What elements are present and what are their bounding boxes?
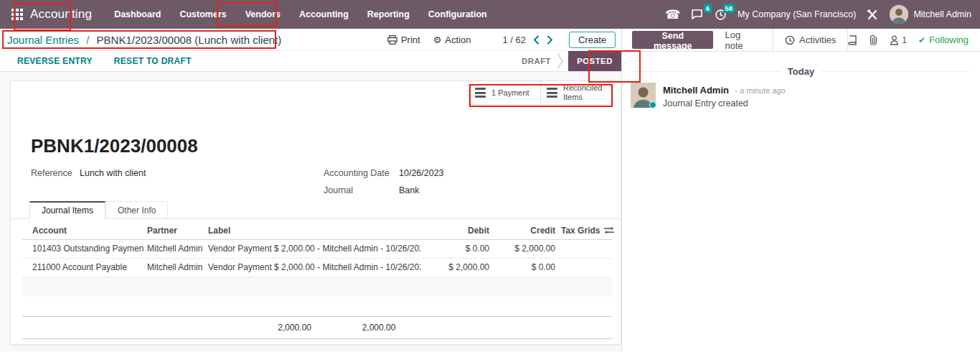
breadcrumb-current: PBNK1/2023/00008 (Lunch with client) — [97, 34, 282, 46]
pager: 1 / 62 — [502, 34, 553, 45]
table-spacer — [22, 297, 611, 316]
statusbar: REVERSE ENTRY RESET TO DRAFT DRAFT POSTE… — [0, 50, 621, 72]
chevron-right-icon — [547, 35, 553, 45]
totals-row: 2,000.00 2,000.00 — [22, 316, 612, 339]
payment-smart-button[interactable]: 1 Payment — [468, 80, 541, 105]
menu-reporting[interactable]: Reporting — [361, 5, 416, 24]
menu-accounting[interactable]: Accounting — [293, 5, 355, 24]
message-timestamp: - a minute ago — [735, 86, 785, 95]
check-icon: ✔ — [918, 35, 925, 45]
reconciled-items-smart-button[interactable]: Reconciled Items — [541, 80, 613, 105]
form-view: Journal Entries / PBNK1/2023/00008 (Lunc… — [0, 29, 621, 352]
app-window: Accounting Dashboard Customers Vendors A… — [0, 0, 980, 352]
accounting-date-label: Accounting Date — [324, 168, 392, 178]
apps-grid-icon[interactable] — [11, 9, 23, 20]
log-note-button[interactable]: Log note — [713, 29, 773, 51]
schedule-activity-button[interactable]: Activities — [773, 29, 847, 51]
create-button[interactable]: Create — [569, 32, 616, 48]
reference-label: Reference — [31, 168, 71, 178]
reverse-entry-button[interactable]: REVERSE ENTRY — [17, 56, 93, 66]
paperclip-icon — [869, 34, 878, 45]
breadcrumb-separator: / — [86, 34, 89, 46]
state-chevron-icon — [557, 52, 564, 70]
attach-file-button[interactable] — [869, 34, 878, 45]
menu-dashboard[interactable]: Dashboard — [108, 5, 167, 24]
navbar-systray: ☎ 6 58 My Company (San Francisco) — [665, 5, 971, 24]
journal-field[interactable]: Bank — [399, 185, 420, 195]
chatter-toolbar: Send message Log note Activities — [622, 29, 980, 52]
journal-items-table: Account Partner Label Debit Credit Tax G… — [22, 222, 611, 339]
app-name[interactable]: Accounting — [30, 7, 92, 22]
chevron-left-icon — [533, 35, 540, 45]
column-tax-grids[interactable]: Tax Grids — [558, 222, 601, 239]
notebook-tabs: Journal Items Other Info — [11, 200, 621, 219]
hamburger-icon — [475, 88, 486, 98]
user-avatar — [890, 5, 908, 24]
chatter-message: Mitchell Admin - a minute ago Journal En… — [631, 83, 980, 108]
tab-journal-items[interactable]: Journal Items — [29, 201, 105, 219]
messages-badge: 6 — [704, 4, 712, 13]
pager-next-button[interactable] — [547, 35, 553, 45]
pager-previous-button[interactable] — [533, 35, 540, 45]
optional-columns-toggle[interactable] — [601, 222, 612, 239]
action-button[interactable]: ⚙ Action — [433, 34, 471, 45]
activities-badge: 58 — [723, 4, 735, 13]
printer-icon — [387, 35, 397, 45]
breadcrumb: Journal Entries / PBNK1/2023/00008 (Lunc… — [7, 34, 281, 46]
messages-icon[interactable]: 6 — [691, 9, 704, 20]
empty-table-row[interactable] — [22, 277, 612, 297]
entry-title: PBNK1/2023/00008 — [31, 134, 621, 157]
control-panel: Journal Entries / PBNK1/2023/00008 (Lunc… — [0, 29, 621, 50]
column-label[interactable]: Label — [205, 222, 420, 239]
form-sheet: 1 Payment Reconciled Items PBNK1/2023/00… — [10, 80, 621, 345]
breadcrumb-journal-entries[interactable]: Journal Entries — [7, 34, 79, 46]
column-debit[interactable]: Debit — [420, 222, 492, 239]
column-account[interactable]: Account — [22, 222, 144, 239]
clock-icon — [785, 35, 795, 45]
total-debit: 2,000.00 — [275, 316, 359, 338]
tab-other-info[interactable]: Other Info — [105, 201, 168, 219]
menu-vendors[interactable]: Vendors — [239, 5, 287, 24]
accounting-date-field[interactable]: 10/26/2023 — [399, 168, 444, 178]
message-body: Journal Entry created — [663, 98, 786, 108]
field-group: Reference Lunch with client Accounting D… — [31, 165, 621, 199]
state-draft[interactable]: DRAFT — [522, 57, 551, 65]
gear-icon: ⚙ — [433, 34, 442, 45]
journal-item-row[interactable]: 101403 Outstanding Payments Mitchell Adm… — [22, 239, 612, 258]
user-name: Mitchell Admin — [913, 9, 971, 19]
reset-to-draft-button[interactable]: RESET TO DRAFT — [114, 56, 192, 66]
user-menu[interactable]: Mitchell Admin — [890, 5, 971, 24]
table-header-row: Account Partner Label Debit Credit Tax G… — [22, 222, 612, 239]
reference-field[interactable]: Lunch with client — [80, 168, 146, 178]
wrench-icon[interactable] — [867, 9, 879, 21]
person-icon — [890, 35, 899, 45]
menu-configuration[interactable]: Configuration — [422, 5, 494, 24]
print-button[interactable]: Print — [387, 34, 420, 45]
date-divider-label: Today — [788, 66, 814, 77]
followers-button[interactable]: 1 — [890, 35, 907, 45]
chatter-panel: Send message Log note Activities — [621, 29, 980, 352]
send-message-button[interactable]: Send message — [632, 31, 713, 49]
form-background: 1 Payment Reconciled Items PBNK1/2023/00… — [0, 72, 621, 352]
online-status-dot — [649, 101, 656, 108]
column-credit[interactable]: Credit — [492, 222, 558, 239]
menu-customers[interactable]: Customers — [173, 5, 232, 24]
following-button[interactable]: ✔ Following — [918, 34, 969, 45]
journal-item-row[interactable]: 211000 Account Payable Mitchell Admin Ve… — [22, 258, 612, 277]
column-partner[interactable]: Partner — [144, 222, 205, 239]
date-divider: Today — [632, 66, 970, 77]
pager-count: 1 / 62 — [502, 34, 526, 45]
activities-clock-icon[interactable]: 58 — [715, 9, 727, 21]
state-posted[interactable]: POSTED — [568, 51, 621, 71]
smart-buttons: 1 Payment Reconciled Items — [468, 80, 613, 105]
phone-icon[interactable]: ☎ — [665, 7, 680, 22]
book-icon[interactable] — [848, 35, 857, 45]
message-author[interactable]: Mitchell Admin — [663, 85, 729, 96]
sliders-icon — [604, 226, 614, 234]
top-navbar: Accounting Dashboard Customers Vendors A… — [0, 0, 980, 29]
hamburger-icon — [547, 88, 557, 98]
main-menu: Dashboard Customers Vendors Accounting R… — [108, 5, 494, 24]
journal-label: Journal — [324, 185, 392, 195]
total-credit: 2,000.00 — [359, 316, 443, 338]
company-switcher[interactable]: My Company (San Francisco) — [738, 9, 856, 19]
